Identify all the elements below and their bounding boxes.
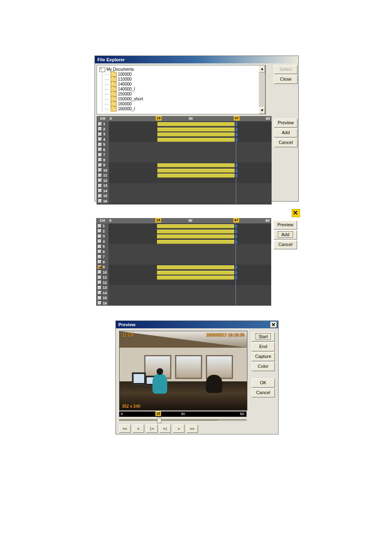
timeline-track[interactable]	[108, 234, 271, 239]
timeline-track[interactable]	[108, 275, 271, 280]
end-marker[interactable]	[235, 132, 238, 137]
timeline-scale[interactable]: 0 18 30 47 60	[108, 218, 271, 223]
folder-item[interactable]: 140000	[105, 82, 265, 87]
timeline-track[interactable]	[108, 295, 271, 301]
channel-cell[interactable]: 14	[96, 290, 108, 296]
folder-item[interactable]: 140000_I	[105, 87, 265, 92]
timeline-track[interactable]	[109, 183, 272, 188]
channel-checkbox[interactable]	[98, 122, 102, 126]
channel-cell[interactable]: 1	[96, 223, 108, 229]
nav-prev-button[interactable]: <	[133, 425, 144, 433]
channel-checkbox[interactable]	[98, 291, 101, 295]
end-flag[interactable]: 47	[233, 218, 239, 223]
timeline-track[interactable]	[108, 260, 271, 265]
channel-cell[interactable]: 13	[97, 183, 109, 188]
channel-cell[interactable]: 7	[96, 254, 108, 260]
end-marker[interactable]	[235, 276, 238, 280]
channel-cell[interactable]: 9	[97, 163, 109, 168]
timeline-track[interactable]	[108, 265, 271, 270]
timeline-track[interactable]	[109, 137, 272, 142]
channel-checkbox[interactable]	[98, 194, 102, 198]
channel-checkbox[interactable]	[98, 286, 101, 290]
channel-cell[interactable]: 14	[97, 188, 109, 194]
tree-scrollbar[interactable]	[259, 65, 265, 114]
timeline-track[interactable]	[109, 132, 272, 137]
channel-checkbox[interactable]	[98, 143, 102, 146]
end-marker[interactable]	[235, 265, 238, 269]
channel-cell[interactable]: 16	[97, 199, 109, 204]
folder-tree[interactable]: My Documents 100000 110000 140000 140000…	[97, 65, 266, 114]
timeline-scale[interactable]: 0 18 30 47 60	[109, 116, 272, 121]
channel-checkbox[interactable]	[98, 235, 101, 238]
preview-flag[interactable]: 18	[155, 411, 161, 416]
end-marker[interactable]	[235, 230, 238, 234]
end-marker[interactable]	[235, 235, 238, 239]
end-marker[interactable]	[235, 128, 238, 132]
end-marker[interactable]	[235, 163, 238, 167]
start-button[interactable]: Start	[251, 332, 275, 341]
video-preview[interactable]: 11 CH 2006/05/17 16:18:36 352 x 240	[119, 331, 247, 411]
timeline-track[interactable]	[109, 158, 272, 163]
channel-checkbox[interactable]	[98, 148, 102, 151]
nav-rewind-button[interactable]: <<	[119, 425, 131, 433]
scroll-up-button[interactable]	[259, 65, 265, 72]
channel-cell[interactable]: 11	[97, 173, 109, 178]
nav-next-button[interactable]: >	[173, 425, 184, 433]
channel-checkbox[interactable]	[98, 255, 101, 259]
end-marker[interactable]	[235, 224, 238, 228]
folder-item[interactable]: 110000	[105, 77, 265, 82]
channel-cell[interactable]: 8	[97, 158, 109, 163]
timeline-track[interactable]	[109, 173, 272, 178]
end-marker[interactable]	[235, 122, 238, 126]
channel-checkbox[interactable]	[98, 224, 101, 228]
timeline-track[interactable]	[108, 229, 271, 234]
end-marker[interactable]	[235, 240, 238, 244]
preview-button[interactable]: Preview	[274, 118, 297, 128]
channel-cell[interactable]: 4	[97, 137, 109, 142]
end-flag[interactable]: 47	[234, 116, 240, 121]
channel-checkbox[interactable]	[98, 174, 102, 177]
ok-button[interactable]: OK	[251, 379, 275, 388]
channel-checkbox[interactable]	[98, 276, 101, 279]
close-button[interactable]: Close	[274, 75, 297, 84]
channel-cell[interactable]: 10	[96, 270, 108, 275]
nav-step-back-button[interactable]: |<	[146, 425, 158, 433]
start-flag[interactable]: 18	[155, 218, 161, 223]
channel-cell[interactable]: 5	[97, 142, 109, 147]
timeline-track[interactable]	[108, 254, 271, 260]
folder-item[interactable]: 160000	[105, 102, 265, 107]
folder-item[interactable]: 150000_short	[105, 97, 265, 102]
folder-item[interactable]: 150000	[105, 92, 265, 97]
channel-checkbox[interactable]	[98, 270, 101, 274]
color-button[interactable]: Color	[251, 362, 275, 371]
channel-checkbox[interactable]	[98, 132, 102, 136]
channel-cell[interactable]: 16	[96, 301, 108, 306]
folder-item[interactable]: 100000	[105, 72, 265, 77]
timeline-track[interactable]	[109, 178, 272, 183]
slider-thumb[interactable]	[157, 418, 161, 423]
add-button[interactable]: Add	[274, 128, 297, 137]
close-x-icon[interactable]	[292, 209, 300, 217]
capture-button[interactable]: Capture	[251, 352, 275, 361]
channel-cell[interactable]: 15	[96, 295, 108, 301]
channel-cell[interactable]: 8	[96, 260, 108, 265]
channel-checkbox[interactable]	[98, 250, 101, 253]
channel-checkbox[interactable]	[98, 127, 102, 131]
channel-cell[interactable]: 6	[97, 147, 109, 153]
channel-cell[interactable]: 9	[96, 265, 108, 270]
cancel-button[interactable]: Cancel	[274, 138, 297, 147]
timeline-track[interactable]	[108, 249, 271, 255]
nav-ffwd-button[interactable]: >>	[187, 425, 198, 433]
channel-checkbox[interactable]	[98, 281, 101, 284]
channel-cell[interactable]: 12	[97, 178, 109, 183]
select-button[interactable]: Select	[274, 65, 297, 74]
timeline-track[interactable]	[108, 280, 271, 286]
preview-slider[interactable]	[119, 417, 247, 423]
channel-checkbox[interactable]	[98, 229, 101, 233]
channel-checkbox[interactable]	[98, 158, 102, 162]
end-button[interactable]: End	[251, 342, 275, 351]
timeline-track[interactable]	[109, 142, 272, 147]
channel-checkbox[interactable]	[98, 245, 101, 248]
channel-checkbox[interactable]	[98, 153, 102, 157]
add-button[interactable]: Add	[274, 230, 297, 239]
